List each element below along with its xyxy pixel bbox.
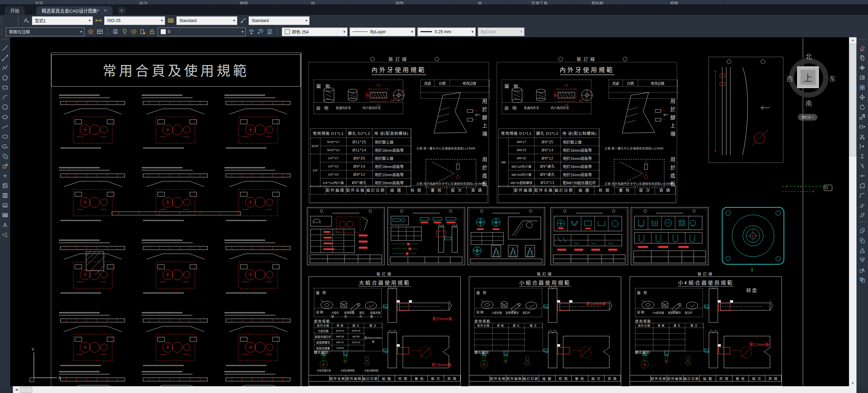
toolbar-grip[interactable] [107,28,110,35]
spec-row: 1/4"*10 Ø9*12 用於15mm底板等 [320,170,411,179]
fillet-icon[interactable] [858,190,867,200]
mirror-icon[interactable] [858,63,867,73]
table-icon[interactable] [1,210,9,220]
layer-states-icon[interactable] [265,27,274,36]
bring-to-front-icon[interactable] [858,226,867,235]
polyline-icon[interactable] [1,63,9,73]
layer-combo[interactable]: 0▼ [158,27,246,36]
circle-icon[interactable] [1,102,9,112]
layer-freeze-sun-icon[interactable] [129,27,138,36]
color-combo[interactable]: 颜色 254▼ [282,27,348,36]
blend-curves-icon[interactable] [858,200,867,210]
legend-caption: 小¢組合器 [652,311,664,314]
dim-style-icon[interactable] [94,16,103,25]
region-icon[interactable] [1,200,9,210]
send-under-objects-icon[interactable] [858,255,867,265]
layer-unlock-icon[interactable] [147,27,157,36]
break-at-point-icon[interactable] [858,151,867,161]
toolbar-grip[interactable] [1,28,4,35]
table-style-combo[interactable]: Standard▼ [176,16,237,25]
scroll-down-icon[interactable]: ▼ [849,380,856,386]
line-icon[interactable] [1,43,9,53]
hatch-icon[interactable] [1,181,9,190]
toolbar-grip[interactable] [2,39,8,42]
viewcube-north[interactable]: 北 [805,51,813,61]
parts-row [475,334,525,339]
chamfer-icon[interactable] [858,181,867,190]
spec-row: M6*10/內六角 Ø9*通孔 用於15mm底板等 [509,170,599,179]
tab-drawing[interactable]: 精选家具五金CAD设计图集* ✕ [36,6,113,15]
drawing-viewport[interactable]: 常用合頁及使用規範 L1 D2 L2 D1 [10,37,849,386]
viewcube-east[interactable]: 东 [828,74,836,83]
viewcube-south[interactable]: 南 [805,98,813,107]
tab-close-icon[interactable]: ✕ [104,8,107,13]
join-icon[interactable] [858,171,867,181]
copy-objects-icon[interactable] [858,53,867,63]
array-icon[interactable] [858,82,867,92]
layer-on-bulb-icon[interactable] [120,27,129,36]
legend-caption: 配塑膠螺母 [506,311,519,314]
arc-icon[interactable] [1,92,9,102]
insert-block-icon[interactable] [1,151,9,161]
tab-start[interactable]: 开始 [5,6,25,15]
toolbar-grip[interactable] [277,28,280,35]
move-icon[interactable] [858,92,867,102]
toolbar-grip[interactable] [1,17,4,24]
point-icon[interactable] [1,171,9,181]
linetype-combo[interactable]: ByLayer▼ [350,27,415,36]
stretch-icon[interactable] [858,122,867,131]
new-tab-button[interactable]: + [118,7,125,14]
scroll-up-icon[interactable]: ▲ [849,37,856,43]
polygon-icon[interactable] [1,73,9,82]
layer-previous-icon[interactable] [256,27,265,36]
offset-icon[interactable] [858,73,867,82]
horizontal-scroll-thumb[interactable] [20,387,32,393]
break-icon[interactable] [858,161,867,171]
vp-freeze-icon[interactable] [138,27,147,36]
rectangle-icon[interactable] [1,82,9,92]
explode-icon[interactable] [858,210,867,220]
hatch-to-back-icon[interactable] [858,275,867,285]
lineweight-combo[interactable]: 0.25 mm▼ [417,27,476,36]
trim-icon[interactable] [858,131,867,141]
viewcube-west[interactable]: 西 [786,74,794,83]
mleader-style-combo[interactable]: Standard▼ [249,16,310,25]
rotate-icon[interactable] [858,102,867,112]
layer-properties-icon[interactable] [111,27,120,36]
horizontal-scrollbar[interactable]: ◀ [0,386,868,393]
gradient-icon[interactable] [1,190,9,200]
scale-icon[interactable] [858,112,867,122]
vertical-scrollbar[interactable]: ▲ ▼ [849,37,856,386]
wcs-menu[interactable]: WCS [798,114,817,121]
make-object-layer-current-icon[interactable] [247,27,256,36]
group-icon[interactable] [1,230,9,240]
send-to-back-icon[interactable] [858,235,867,245]
text-style-icon[interactable] [22,16,31,25]
toolbar-grip[interactable] [859,39,865,42]
construction-line-icon[interactable] [1,53,9,63]
scroll-left-icon[interactable]: ◀ [14,386,19,393]
plotstyle-combo[interactable]: ByColor▼ [478,27,525,36]
toolbar-grip[interactable] [859,222,865,225]
revcloud-icon[interactable] [1,112,9,122]
spline-icon[interactable] [1,122,9,131]
table-style-icon[interactable] [166,16,175,25]
viewcube-top-face[interactable]: 上 [797,66,819,88]
dim-style-combo[interactable]: ISO-25▼ [104,16,165,25]
mtext-icon[interactable] [1,220,9,230]
mleader-style-icon[interactable] [238,16,248,25]
text-style-combo[interactable]: 型式1▼ [32,16,93,25]
text-to-front-icon[interactable] [858,265,867,275]
extend-icon[interactable] [858,141,867,151]
bring-above-objects-icon[interactable] [858,245,867,255]
viewport-controls-icon[interactable] [95,27,104,36]
erase-icon[interactable] [858,43,867,53]
toolbar-grip[interactable] [18,17,21,24]
workspace-combo[interactable]: 草图与注释▼ [6,27,84,36]
vertical-scroll-thumb[interactable] [850,44,856,156]
gear-icon[interactable] [86,27,95,36]
spec-row: 5/16"*17 Ø11*25 用於腳上端 [320,138,411,146]
ellipse-icon[interactable] [1,131,9,141]
ellipse-arc-icon[interactable] [1,141,9,151]
create-block-icon[interactable] [1,161,9,171]
